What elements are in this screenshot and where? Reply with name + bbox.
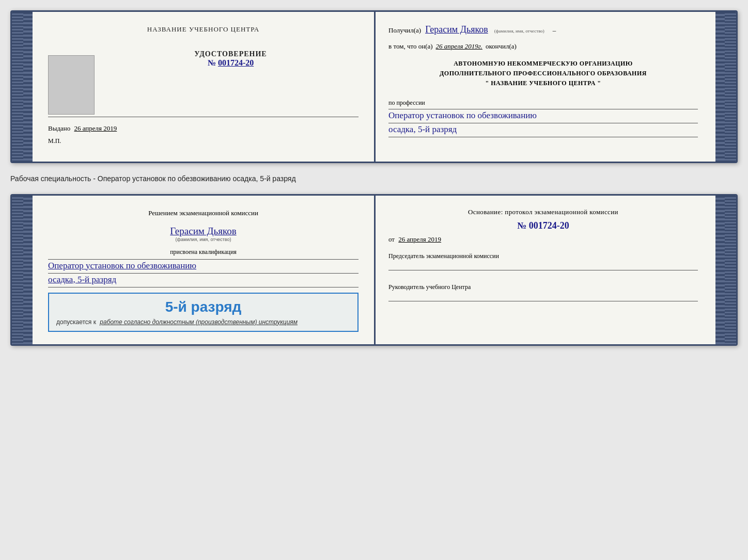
qual-right-decoration: [715, 196, 725, 344]
certificate-card: НАЗВАНИЕ УЧЕБНОГО ЦЕНТРА УДОСТОВЕРЕНИЕ №…: [10, 10, 738, 163]
assigned-label: присвоена квалификация: [48, 248, 359, 256]
in-that-prefix: в том, что он(а): [388, 42, 433, 51]
qual-line3: [48, 287, 359, 287]
decision-text: Решением экзаменационной комиссии: [48, 208, 359, 218]
chairman-sig-line: [388, 270, 698, 270]
finished-label: окончил(а): [486, 42, 517, 51]
profession-line3-rule: [388, 137, 698, 137]
signature-line: [48, 117, 359, 117]
qual-left-page: Решением экзаменационной комиссии Гераси…: [23, 196, 373, 344]
cert-number: № 001724-20: [103, 58, 359, 68]
cert-right-page: Получил(а) Герасим Дьяков (фамилия, имя,…: [373, 12, 725, 162]
photo-placeholder: [48, 55, 95, 115]
qual-left-decoration: [23, 196, 33, 344]
description-text: Рабочая специальность - Оператор установ…: [10, 172, 738, 185]
mp-label: М.П.: [48, 137, 61, 145]
completion-date: 26 апреля 2019г.: [436, 42, 482, 51]
chairman-label: Председатель экзаменационной комиссии: [388, 252, 698, 261]
right-decoration: [715, 12, 725, 162]
profession-line2: осадка, 5-й разряд: [388, 124, 698, 135]
spine-left: [12, 12, 23, 162]
chairman-section: Председатель экзаменационной комиссии: [388, 252, 698, 270]
profession-label: по профессии: [388, 99, 698, 107]
org-line3: " НАЗВАНИЕ УЧЕБНОГО ЦЕНТРА ": [388, 78, 698, 88]
recipient-name: Герасим Дьяков: [425, 24, 488, 35]
left-decoration: [23, 12, 33, 162]
basis-label: Основание: протокол экзаменационной коми…: [388, 208, 698, 216]
qual-profession-2: осадка, 5-й разряд: [48, 275, 359, 285]
qual-name: Герасим Дьяков: [170, 226, 236, 236]
allows-text: работе согласно должностным (производств…: [100, 318, 298, 326]
profession-line1: [388, 109, 698, 109]
allows-prefix: допускается к: [56, 318, 96, 326]
protocol-number: № 001724-20: [388, 220, 698, 231]
spine-right: [725, 12, 736, 162]
cert-left-page: НАЗВАНИЕ УЧЕБНОГО ЦЕНТРА УДОСТОВЕРЕНИЕ №…: [23, 12, 373, 162]
qual-name-subtitle: (фамилия, имя, отчество): [48, 237, 359, 242]
name-subtitle-1: (фамилия, имя, отчество): [494, 28, 544, 34]
director-label: Руководитель учебного Центра: [388, 283, 698, 292]
director-section: Руководитель учебного Центра: [388, 283, 698, 301]
profession-line2-rule: [388, 123, 698, 123]
qual-spine-left: [12, 196, 23, 344]
qual-line2: [48, 273, 359, 274]
qual-spine-right: [725, 196, 736, 344]
rank-highlight-box: 5-й разряд допускается к работе согласно…: [48, 293, 359, 332]
page-wrapper: НАЗВАНИЕ УЧЕБНОГО ЦЕНТРА УДОСТОВЕРЕНИЕ №…: [10, 10, 738, 346]
org-line1: АВТОНОМНУЮ НЕКОММЕРЧЕСКУЮ ОРГАНИЗАЦИЮ: [388, 59, 698, 69]
profession-handwritten: Оператор установок по обезвоживанию: [388, 110, 698, 121]
qualification-card: Решением экзаменационной комиссии Гераси…: [10, 194, 738, 346]
qual-profession-1: Оператор установок по обезвоживанию: [48, 261, 359, 271]
qual-right-page: Основание: протокол экзаменационной коми…: [373, 196, 725, 344]
received-prefix: Получил(а): [388, 26, 421, 35]
issued-label: Выдано 26 апреля 2019: [48, 124, 117, 132]
date-row: от 26 апреля 2019: [388, 235, 698, 244]
rank-big-text: 5-й разряд: [56, 299, 350, 315]
training-center-label: НАЗВАНИЕ УЧЕБНОГО ЦЕНТРА: [147, 25, 259, 33]
cert-title: УДОСТОВЕРЕНИЕ: [103, 50, 359, 58]
director-sig-line: [388, 301, 698, 301]
org-line2: ДОПОЛНИТЕЛЬНОГО ПРОФЕССИОНАЛЬНОГО ОБРАЗО…: [388, 69, 698, 78]
qual-line1: [48, 259, 359, 260]
